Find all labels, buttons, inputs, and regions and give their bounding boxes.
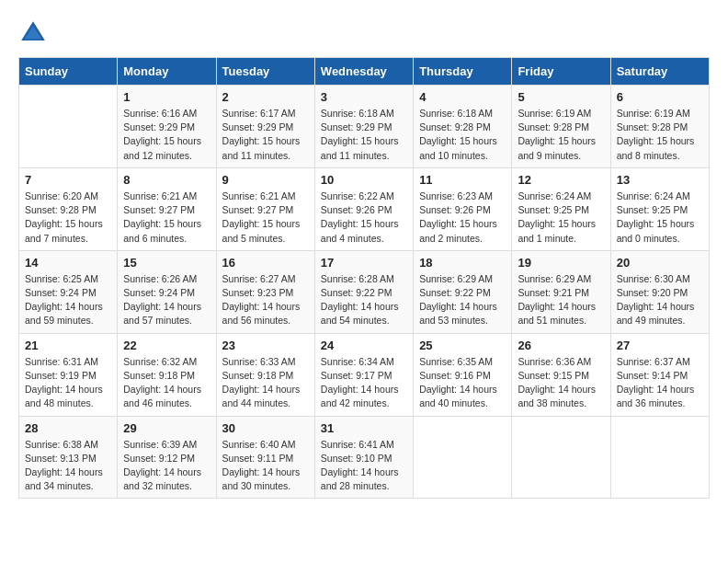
calendar-cell: 6Sunrise: 6:19 AM Sunset: 9:28 PM Daylig… bbox=[610, 86, 709, 168]
day-number: 21 bbox=[25, 339, 111, 352]
day-info: Sunrise: 6:23 AM Sunset: 9:26 PM Dayligh… bbox=[419, 190, 506, 246]
day-number: 5 bbox=[518, 90, 604, 104]
calendar-cell: 8Sunrise: 6:21 AM Sunset: 9:27 PM Daylig… bbox=[118, 167, 216, 250]
day-info: Sunrise: 6:19 AM Sunset: 9:28 PM Dayligh… bbox=[518, 107, 604, 163]
logo bbox=[18, 18, 51, 48]
day-number: 3 bbox=[321, 90, 407, 104]
day-info: Sunrise: 6:22 AM Sunset: 9:26 PM Dayligh… bbox=[321, 190, 407, 246]
calendar-cell: 30Sunrise: 6:40 AM Sunset: 9:11 PM Dayli… bbox=[216, 416, 314, 499]
day-info: Sunrise: 6:29 AM Sunset: 9:21 PM Dayligh… bbox=[518, 272, 604, 328]
day-number: 16 bbox=[222, 256, 309, 270]
day-number: 22 bbox=[123, 339, 210, 352]
calendar-cell: 2Sunrise: 6:17 AM Sunset: 9:29 PM Daylig… bbox=[216, 86, 314, 168]
day-info: Sunrise: 6:21 AM Sunset: 9:27 PM Dayligh… bbox=[123, 190, 210, 246]
day-info: Sunrise: 6:18 AM Sunset: 9:28 PM Dayligh… bbox=[419, 107, 506, 163]
day-number: 18 bbox=[419, 256, 506, 270]
day-number: 24 bbox=[321, 339, 407, 352]
calendar-cell: 19Sunrise: 6:29 AM Sunset: 9:21 PM Dayli… bbox=[512, 250, 610, 333]
calendar-cell: 27Sunrise: 6:37 AM Sunset: 9:14 PM Dayli… bbox=[610, 333, 709, 416]
day-info: Sunrise: 6:26 AM Sunset: 9:24 PM Dayligh… bbox=[123, 272, 210, 328]
day-info: Sunrise: 6:18 AM Sunset: 9:29 PM Dayligh… bbox=[321, 107, 407, 163]
day-number: 10 bbox=[321, 173, 407, 187]
calendar-header-row: SundayMondayTuesdayWednesdayThursdayFrid… bbox=[19, 58, 710, 86]
calendar-cell: 22Sunrise: 6:32 AM Sunset: 9:18 PM Dayli… bbox=[118, 333, 216, 416]
day-info: Sunrise: 6:32 AM Sunset: 9:18 PM Dayligh… bbox=[123, 355, 210, 411]
calendar-week-row: 28Sunrise: 6:38 AM Sunset: 9:13 PM Dayli… bbox=[19, 416, 710, 499]
day-info: Sunrise: 6:16 AM Sunset: 9:29 PM Dayligh… bbox=[123, 107, 210, 163]
day-info: Sunrise: 6:39 AM Sunset: 9:12 PM Dayligh… bbox=[123, 438, 210, 494]
day-info: Sunrise: 6:21 AM Sunset: 9:27 PM Dayligh… bbox=[222, 190, 309, 246]
calendar-cell: 7Sunrise: 6:20 AM Sunset: 9:28 PM Daylig… bbox=[19, 167, 118, 250]
calendar-cell: 10Sunrise: 6:22 AM Sunset: 9:26 PM Dayli… bbox=[314, 167, 413, 250]
day-number: 30 bbox=[222, 421, 309, 435]
calendar-table: SundayMondayTuesdayWednesdayThursdayFrid… bbox=[18, 57, 710, 499]
day-number: 14 bbox=[25, 256, 111, 270]
calendar-cell: 24Sunrise: 6:34 AM Sunset: 9:17 PM Dayli… bbox=[314, 333, 413, 416]
column-header-sunday: Sunday bbox=[19, 58, 118, 86]
calendar-week-row: 1Sunrise: 6:16 AM Sunset: 9:29 PM Daylig… bbox=[19, 86, 710, 168]
day-number: 25 bbox=[419, 339, 506, 352]
day-info: Sunrise: 6:35 AM Sunset: 9:16 PM Dayligh… bbox=[419, 355, 506, 411]
day-info: Sunrise: 6:27 AM Sunset: 9:23 PM Dayligh… bbox=[222, 272, 309, 328]
day-info: Sunrise: 6:28 AM Sunset: 9:22 PM Dayligh… bbox=[321, 272, 407, 328]
calendar-cell: 20Sunrise: 6:30 AM Sunset: 9:20 PM Dayli… bbox=[610, 250, 709, 333]
day-info: Sunrise: 6:36 AM Sunset: 9:15 PM Dayligh… bbox=[518, 355, 604, 411]
calendar-cell bbox=[610, 416, 709, 499]
day-number: 23 bbox=[222, 339, 309, 352]
day-info: Sunrise: 6:19 AM Sunset: 9:28 PM Dayligh… bbox=[617, 107, 703, 163]
calendar-cell bbox=[414, 416, 512, 499]
column-header-monday: Monday bbox=[118, 58, 216, 86]
day-number: 1 bbox=[123, 90, 210, 104]
calendar-cell: 1Sunrise: 6:16 AM Sunset: 9:29 PM Daylig… bbox=[118, 86, 216, 168]
day-number: 28 bbox=[25, 421, 111, 435]
calendar-cell bbox=[512, 416, 610, 499]
day-info: Sunrise: 6:17 AM Sunset: 9:29 PM Dayligh… bbox=[222, 107, 309, 163]
day-number: 19 bbox=[518, 256, 604, 270]
day-number: 26 bbox=[518, 339, 604, 352]
day-number: 11 bbox=[419, 173, 506, 187]
calendar-cell: 31Sunrise: 6:41 AM Sunset: 9:10 PM Dayli… bbox=[314, 416, 413, 499]
day-info: Sunrise: 6:29 AM Sunset: 9:22 PM Dayligh… bbox=[419, 272, 506, 328]
calendar-cell: 11Sunrise: 6:23 AM Sunset: 9:26 PM Dayli… bbox=[414, 167, 512, 250]
day-number: 17 bbox=[321, 256, 407, 270]
logo-icon bbox=[18, 18, 48, 48]
day-number: 31 bbox=[321, 421, 407, 435]
calendar-cell: 12Sunrise: 6:24 AM Sunset: 9:25 PM Dayli… bbox=[512, 167, 610, 250]
day-number: 12 bbox=[518, 173, 604, 187]
calendar-week-row: 7Sunrise: 6:20 AM Sunset: 9:28 PM Daylig… bbox=[19, 167, 710, 250]
day-number: 6 bbox=[617, 90, 703, 104]
day-info: Sunrise: 6:34 AM Sunset: 9:17 PM Dayligh… bbox=[321, 355, 407, 411]
day-info: Sunrise: 6:24 AM Sunset: 9:25 PM Dayligh… bbox=[518, 190, 604, 246]
day-number: 9 bbox=[222, 173, 309, 187]
column-header-thursday: Thursday bbox=[414, 58, 512, 86]
calendar-cell: 28Sunrise: 6:38 AM Sunset: 9:13 PM Dayli… bbox=[19, 416, 118, 499]
calendar-cell bbox=[19, 86, 118, 168]
day-number: 15 bbox=[123, 256, 210, 270]
calendar-cell: 3Sunrise: 6:18 AM Sunset: 9:29 PM Daylig… bbox=[314, 86, 413, 168]
day-info: Sunrise: 6:37 AM Sunset: 9:14 PM Dayligh… bbox=[617, 355, 703, 411]
calendar-cell: 26Sunrise: 6:36 AM Sunset: 9:15 PM Dayli… bbox=[512, 333, 610, 416]
day-number: 29 bbox=[123, 421, 210, 435]
calendar-cell: 23Sunrise: 6:33 AM Sunset: 9:18 PM Dayli… bbox=[216, 333, 314, 416]
calendar-cell: 29Sunrise: 6:39 AM Sunset: 9:12 PM Dayli… bbox=[118, 416, 216, 499]
calendar-cell: 4Sunrise: 6:18 AM Sunset: 9:28 PM Daylig… bbox=[414, 86, 512, 168]
day-info: Sunrise: 6:41 AM Sunset: 9:10 PM Dayligh… bbox=[321, 438, 407, 494]
calendar-cell: 18Sunrise: 6:29 AM Sunset: 9:22 PM Dayli… bbox=[414, 250, 512, 333]
day-info: Sunrise: 6:33 AM Sunset: 9:18 PM Dayligh… bbox=[222, 355, 309, 411]
calendar-cell: 5Sunrise: 6:19 AM Sunset: 9:28 PM Daylig… bbox=[512, 86, 610, 168]
day-number: 8 bbox=[123, 173, 210, 187]
calendar-cell: 17Sunrise: 6:28 AM Sunset: 9:22 PM Dayli… bbox=[314, 250, 413, 333]
day-number: 13 bbox=[617, 173, 703, 187]
calendar-cell: 25Sunrise: 6:35 AM Sunset: 9:16 PM Dayli… bbox=[414, 333, 512, 416]
calendar-cell: 21Sunrise: 6:31 AM Sunset: 9:19 PM Dayli… bbox=[19, 333, 118, 416]
calendar-cell: 13Sunrise: 6:24 AM Sunset: 9:25 PM Dayli… bbox=[610, 167, 709, 250]
day-info: Sunrise: 6:20 AM Sunset: 9:28 PM Dayligh… bbox=[25, 190, 111, 246]
day-info: Sunrise: 6:25 AM Sunset: 9:24 PM Dayligh… bbox=[25, 272, 111, 328]
day-number: 27 bbox=[617, 339, 703, 352]
page-header bbox=[18, 18, 710, 48]
calendar-cell: 9Sunrise: 6:21 AM Sunset: 9:27 PM Daylig… bbox=[216, 167, 314, 250]
day-number: 2 bbox=[222, 90, 309, 104]
day-info: Sunrise: 6:30 AM Sunset: 9:20 PM Dayligh… bbox=[617, 272, 703, 328]
calendar-cell: 15Sunrise: 6:26 AM Sunset: 9:24 PM Dayli… bbox=[118, 250, 216, 333]
calendar-cell: 14Sunrise: 6:25 AM Sunset: 9:24 PM Dayli… bbox=[19, 250, 118, 333]
